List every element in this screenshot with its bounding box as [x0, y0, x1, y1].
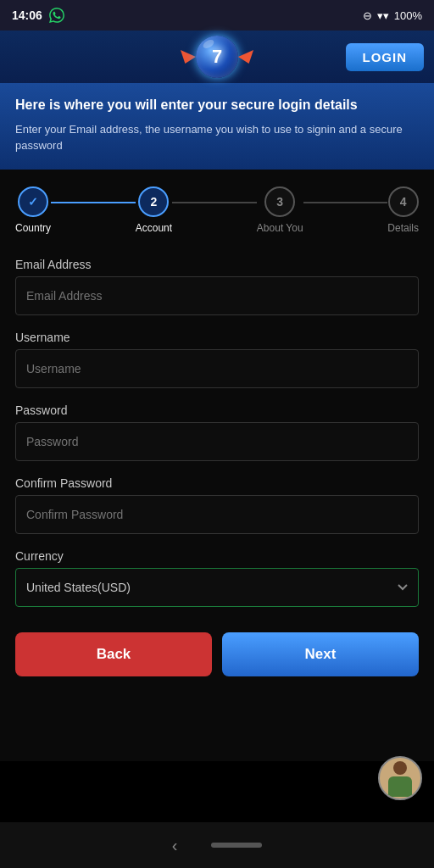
nav-back-arrow[interactable]: ‹ [155, 829, 195, 862]
currency-label: Currency [15, 549, 419, 563]
info-description: Enter your Email address, the username y… [15, 121, 419, 154]
step-1-country: ✓ Country [15, 186, 51, 234]
step-1-circle: ✓ [18, 186, 48, 217]
step-4-label: Details [387, 222, 419, 234]
avatar-body [388, 776, 412, 797]
password-label: Password [15, 403, 419, 417]
step-2-account: 2 Account [136, 186, 172, 234]
step-4-details: 4 Details [387, 186, 419, 234]
login-button[interactable]: LOGIN [346, 43, 425, 71]
username-group: Username [15, 331, 419, 388]
bottom-nav: ‹ [0, 822, 434, 868]
back-button[interactable]: Back [15, 632, 212, 676]
status-bar: 14:06 ⊖ ▾▾ 100% [0, 0, 434, 31]
email-group: Email Address [15, 258, 419, 315]
signal-icon: ⊖ [363, 9, 372, 22]
confirm-password-label: Confirm Password [15, 476, 419, 490]
connector-2-3 [172, 202, 257, 203]
username-input[interactable] [15, 349, 419, 388]
next-button[interactable]: Next [222, 632, 419, 676]
stepper: ✓ Country 2 Account 3 About You 4 Detail… [15, 186, 419, 234]
button-row: Back Next [15, 632, 419, 676]
currency-select[interactable]: United States(USD) Euro(EUR) British Pou… [15, 568, 419, 607]
avatar-bubble[interactable] [378, 756, 422, 800]
step-4-circle: 4 [388, 186, 419, 217]
status-time: 14:06 [12, 8, 42, 22]
avatar-person [385, 761, 415, 798]
wing-left-icon [181, 50, 196, 64]
currency-group: Currency United States(USD) Euro(EUR) Br… [15, 549, 419, 607]
confirm-password-group: Confirm Password [15, 476, 419, 534]
confirm-password-input[interactable] [15, 495, 419, 534]
whatsapp-icon [49, 8, 64, 23]
avatar-head [393, 761, 407, 775]
app-header: 7 LOGIN [0, 31, 434, 83]
logo-ball: 7 [196, 36, 238, 78]
connector-1-2 [51, 202, 136, 203]
step-3-circle: 3 [264, 186, 295, 217]
logo-wings: 7 [181, 36, 253, 78]
step-2-label: Account [136, 222, 172, 234]
nav-home-pill [211, 843, 262, 848]
info-banner: Here is where you will enter your secure… [0, 83, 434, 170]
app-logo: 7 [148, 36, 287, 78]
connector-3-4 [303, 202, 388, 203]
password-input[interactable] [15, 422, 419, 461]
main-content: ✓ Country 2 Account 3 About You 4 Detail… [0, 170, 434, 761]
step-1-label: Country [15, 222, 51, 234]
username-label: Username [15, 331, 419, 344]
step-3-label: About You [257, 222, 303, 234]
step-2-circle: 2 [138, 186, 169, 217]
wing-right-icon [238, 50, 253, 64]
wifi-icon: ▾▾ [377, 9, 389, 22]
email-label: Email Address [15, 258, 419, 271]
email-input[interactable] [15, 276, 419, 315]
battery-level: 100% [394, 9, 422, 22]
password-group: Password [15, 403, 419, 461]
status-right: ⊖ ▾▾ 100% [363, 9, 422, 22]
step-3-about: 3 About You [257, 186, 303, 234]
info-title: Here is where you will enter your secure… [15, 97, 419, 114]
